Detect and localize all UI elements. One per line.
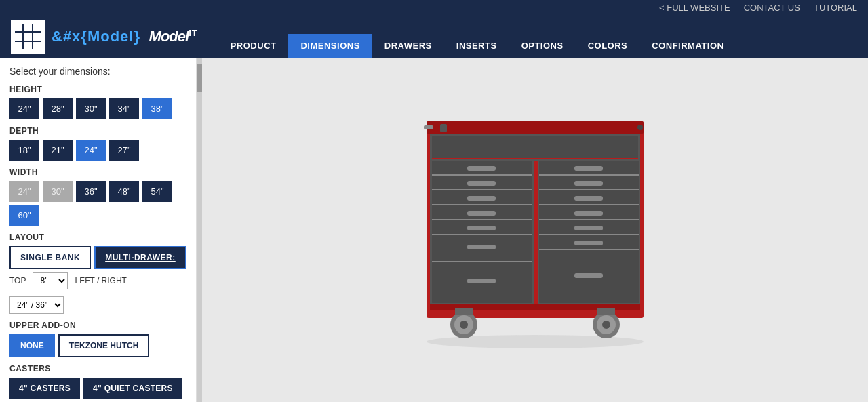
casters-label: CASTERS bbox=[9, 364, 186, 374]
sidebar: Select your dimensions: HEIGHT 24" 28" 3… bbox=[0, 58, 197, 402]
top-bar: < FULL WEBSITE CONTACT US TUTORIAL bbox=[0, 0, 868, 16]
svg-rect-27 bbox=[467, 245, 496, 249]
rousseau-logo bbox=[11, 20, 45, 54]
depth-options: 18" 21" 24" 27" bbox=[9, 140, 186, 161]
nav-product[interactable]: PRODUCT bbox=[218, 34, 289, 58]
svg-rect-42 bbox=[574, 166, 603, 171]
width-label: WIDTH bbox=[9, 167, 186, 177]
caster-4in-quiet[interactable]: 4" QUIET CASTERS bbox=[83, 378, 182, 399]
upper-addon-options: NONE TEKZONE HUTCH bbox=[9, 334, 186, 357]
upper-addon-label: UPPER ADD-ON bbox=[9, 321, 186, 330]
scroll-bar[interactable] bbox=[197, 58, 202, 402]
layout-label: LAYOUT bbox=[9, 233, 186, 242]
model-text: &#x{Model} bbox=[52, 28, 140, 45]
logo-area: &#x{Model} ModelIT bbox=[11, 20, 198, 58]
height-24[interactable]: 24" bbox=[9, 98, 39, 119]
main-nav: PRODUCT DIMENSIONS DRAWERS INSERTS OPTIO… bbox=[218, 34, 736, 58]
top-select[interactable]: 8" 10" 12" bbox=[33, 272, 68, 289]
top-leftright-row: TOP 8" 10" 12" LEFT / RIGHT 24" / 36" 30… bbox=[9, 272, 186, 314]
nav-inserts[interactable]: INSERTS bbox=[444, 34, 509, 58]
nav-dimensions[interactable]: DIMENSIONS bbox=[288, 34, 372, 58]
tutorial-link[interactable]: TUTORIAL bbox=[814, 3, 857, 13]
height-34[interactable]: 34" bbox=[109, 98, 139, 119]
addon-none[interactable]: NONE bbox=[9, 334, 55, 357]
svg-rect-57 bbox=[597, 308, 615, 315]
svg-rect-34 bbox=[539, 204, 639, 205]
svg-rect-46 bbox=[574, 226, 603, 230]
svg-rect-20 bbox=[432, 261, 532, 262]
svg-rect-16 bbox=[432, 219, 532, 220]
svg-rect-6 bbox=[432, 136, 638, 159]
svg-rect-43 bbox=[574, 181, 603, 186]
svg-point-52 bbox=[460, 321, 468, 329]
svg-rect-2 bbox=[427, 121, 644, 134]
height-label: HEIGHT bbox=[9, 85, 186, 94]
width-48[interactable]: 48" bbox=[109, 181, 139, 202]
svg-rect-22 bbox=[467, 166, 496, 171]
model-logo: &#x{Model} ModelIT bbox=[52, 28, 198, 45]
width-options-row2: 60" bbox=[9, 205, 186, 226]
full-website-link[interactable]: < FULL WEBSITE bbox=[659, 3, 730, 13]
depth-label: DEPTH bbox=[9, 126, 186, 136]
leftright-select[interactable]: 24" / 36" 30" / 30" 36" / 24" bbox=[9, 296, 64, 314]
svg-rect-48 bbox=[574, 273, 603, 278]
svg-rect-30 bbox=[539, 174, 639, 176]
depth-18[interactable]: 18" bbox=[9, 140, 39, 161]
nav-drawers[interactable]: DRAWERS bbox=[372, 34, 444, 58]
leftright-label: LEFT / RIGHT bbox=[75, 276, 126, 285]
model-logo-text: ModelIT bbox=[145, 28, 198, 45]
width-54[interactable]: 54" bbox=[142, 181, 172, 202]
svg-rect-28 bbox=[467, 279, 496, 283]
svg-rect-14 bbox=[432, 204, 532, 205]
cabinet-svg bbox=[406, 108, 664, 359]
svg-rect-12 bbox=[432, 189, 532, 190]
svg-rect-23 bbox=[467, 181, 496, 186]
contact-us-link[interactable]: CONTACT US bbox=[744, 3, 800, 13]
svg-rect-10 bbox=[432, 174, 532, 176]
height-38[interactable]: 38" bbox=[142, 98, 172, 119]
svg-point-4 bbox=[637, 125, 643, 130]
layout-options: SINGLE BANK MULTI-DRAWER: bbox=[9, 246, 186, 269]
height-30[interactable]: 30" bbox=[76, 98, 106, 119]
depth-21[interactable]: 21" bbox=[43, 140, 73, 161]
svg-rect-25 bbox=[467, 211, 496, 216]
top-label: TOP bbox=[9, 276, 26, 285]
svg-rect-18 bbox=[432, 234, 532, 235]
width-60[interactable]: 60" bbox=[9, 205, 39, 226]
scroll-thumb[interactable] bbox=[197, 64, 202, 92]
header: &#x{Model} ModelIT PRODUCT DIMENSIONS DR… bbox=[0, 16, 868, 58]
preview-area bbox=[202, 58, 868, 402]
nav-colors[interactable]: COLORS bbox=[576, 34, 640, 58]
nav-confirmation[interactable]: CONFIRMATION bbox=[639, 34, 736, 58]
layout-single-bank[interactable]: SINGLE BANK bbox=[9, 246, 91, 269]
depth-24[interactable]: 24" bbox=[76, 140, 106, 161]
width-30: 30" bbox=[43, 181, 73, 202]
svg-rect-58 bbox=[424, 125, 433, 129]
svg-rect-44 bbox=[574, 196, 603, 201]
svg-rect-36 bbox=[539, 219, 639, 220]
svg-point-55 bbox=[602, 321, 610, 329]
width-options: 24" 30" 36" 48" 54" bbox=[9, 181, 186, 202]
svg-rect-8 bbox=[534, 161, 538, 304]
svg-rect-7 bbox=[432, 158, 638, 159]
height-28[interactable]: 28" bbox=[43, 98, 73, 119]
width-24: 24" bbox=[9, 181, 39, 202]
svg-rect-47 bbox=[574, 241, 603, 245]
depth-27[interactable]: 27" bbox=[109, 140, 139, 161]
nav-options[interactable]: OPTIONS bbox=[509, 34, 576, 58]
svg-rect-3 bbox=[440, 124, 447, 132]
svg-rect-40 bbox=[539, 249, 639, 250]
layout-multi-drawer[interactable]: MULTI-DRAWER: bbox=[94, 246, 186, 269]
logo-grid bbox=[15, 24, 41, 49]
svg-rect-45 bbox=[574, 211, 603, 216]
svg-rect-26 bbox=[467, 226, 496, 230]
svg-rect-56 bbox=[455, 308, 473, 315]
caster-4in[interactable]: 4" CASTERS bbox=[9, 378, 80, 399]
width-36[interactable]: 36" bbox=[76, 181, 106, 202]
svg-rect-38 bbox=[539, 234, 639, 235]
svg-rect-32 bbox=[539, 189, 639, 190]
main-content: Select your dimensions: HEIGHT 24" 28" 3… bbox=[0, 58, 868, 402]
sidebar-title: Select your dimensions: bbox=[9, 66, 186, 77]
height-options: 24" 28" 30" 34" 38" bbox=[9, 98, 186, 119]
addon-tekzone[interactable]: TEKZONE HUTCH bbox=[58, 334, 150, 357]
